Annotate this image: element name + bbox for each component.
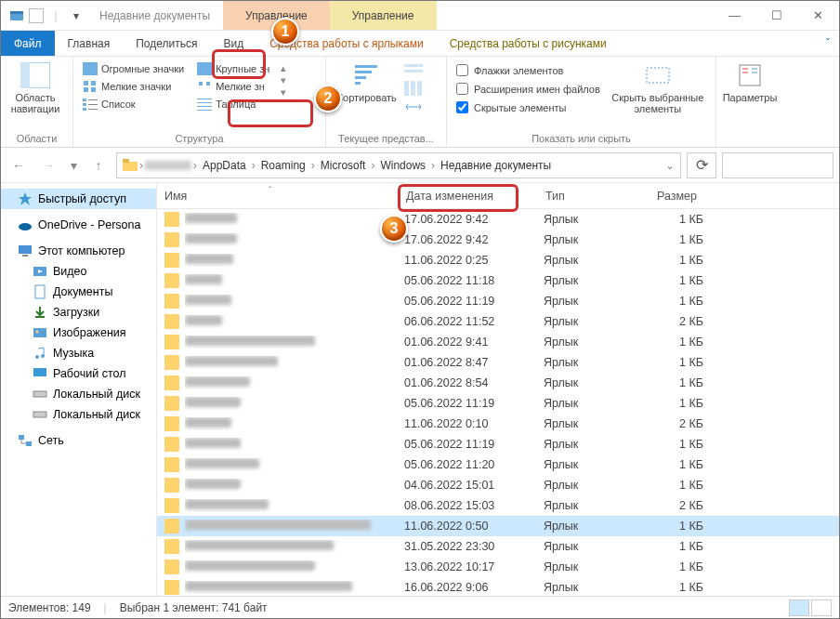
ribbon-collapse-icon[interactable]: ˇ xyxy=(817,31,839,56)
svg-rect-29 xyxy=(411,81,415,96)
star-icon xyxy=(18,191,33,206)
tree-desktop[interactable]: Рабочий стол xyxy=(1,363,156,384)
svg-rect-22 xyxy=(355,65,377,68)
tab-file[interactable]: Файл xyxy=(1,31,55,56)
minimize-button[interactable]: — xyxy=(714,2,755,30)
table-row[interactable]: 11.06.2022 0:25 Ярлык 1 КБ xyxy=(157,250,839,270)
tab-share[interactable]: Поделиться xyxy=(123,31,210,56)
context-tab-picture[interactable]: Управление xyxy=(330,1,437,30)
file-icon xyxy=(164,560,179,574)
table-row[interactable]: 06.06.2022 11:52 Ярлык 2 КБ xyxy=(157,311,839,332)
layout-scroll-down-icon[interactable]: ▾ xyxy=(281,74,286,86)
group-by-icon[interactable] xyxy=(404,62,423,77)
table-row[interactable]: 11.06.2022 0:50 Ярлык 1 КБ xyxy=(157,516,839,536)
group-label-current-view: Текущее представ... xyxy=(332,132,440,147)
tree-documents[interactable]: Документы xyxy=(1,282,156,302)
svg-rect-34 xyxy=(123,159,129,163)
tree-onedrive[interactable]: OneDrive - Persona xyxy=(1,215,156,235)
maximize-button[interactable]: ☐ xyxy=(755,2,797,30)
huge-icons-icon xyxy=(83,62,98,75)
svg-point-36 xyxy=(19,223,32,230)
options-button[interactable]: Параметры xyxy=(722,59,778,103)
add-columns-icon[interactable] xyxy=(404,81,423,96)
view-large-button[interactable] xyxy=(811,599,832,616)
table-row[interactable]: 08.06.2022 15:03 Ярлык 2 КБ xyxy=(157,495,839,516)
tab-view[interactable]: Вид xyxy=(210,31,256,56)
tree-quick-access[interactable]: Быстрый доступ xyxy=(1,189,156,209)
pc-icon xyxy=(18,244,33,258)
table-row[interactable]: 05.06.2022 11:18 Ярлык 1 КБ xyxy=(157,270,839,291)
tab-home[interactable]: Главная xyxy=(55,31,124,56)
tree-downloads[interactable]: Загрузки xyxy=(1,302,156,323)
tree-video[interactable]: Видео xyxy=(1,261,156,282)
close-button[interactable]: ✕ xyxy=(797,2,839,30)
recent-dropdown[interactable]: ▾ xyxy=(66,153,81,178)
table-row[interactable]: 05.06.2022 11:19 Ярлык 1 КБ xyxy=(157,393,839,414)
column-name[interactable]: Имяˆ xyxy=(157,190,399,203)
tree-network[interactable]: Сеть xyxy=(1,430,156,451)
qat-dropdown-icon[interactable]: ▾ xyxy=(68,7,85,24)
table-row[interactable]: 17.06.2022 9:42 Ярлык 1 КБ xyxy=(157,230,839,250)
table-row[interactable]: 11.06.2022 0:10 Ярлык 2 КБ xyxy=(157,414,839,434)
large-icons-icon xyxy=(197,62,212,75)
svg-rect-42 xyxy=(35,316,45,318)
search-input[interactable] xyxy=(722,152,833,178)
table-row[interactable]: 01.06.2022 8:54 Ярлык 1 КБ xyxy=(157,373,839,393)
file-icon xyxy=(164,232,179,247)
window-title: Недавние документы xyxy=(92,9,217,22)
layout-table[interactable]: Таблица xyxy=(193,97,273,112)
drive-icon xyxy=(33,387,47,402)
svg-rect-1 xyxy=(10,11,23,14)
svg-rect-3 xyxy=(20,62,30,88)
layout-small[interactable]: Мелкие значки xyxy=(79,79,188,94)
tree-pictures[interactable]: Изображения xyxy=(1,323,156,343)
checkbox-hidden[interactable]: Скрытые элементы xyxy=(453,99,604,115)
hide-selected-button[interactable]: Скрыть выбранные элементы xyxy=(611,59,704,114)
qat-select-icon[interactable] xyxy=(29,8,44,23)
svg-rect-16 xyxy=(199,82,203,86)
layout-list[interactable]: Список xyxy=(79,97,188,112)
table-row[interactable]: 05.06.2022 11:20 Ярлык 1 КБ xyxy=(157,454,839,475)
back-button[interactable]: ← xyxy=(7,153,31,178)
svg-rect-19 xyxy=(197,102,212,103)
column-type[interactable]: Тип xyxy=(538,190,650,203)
checkbox-item-checkboxes[interactable]: Флажки элементов xyxy=(453,62,604,78)
table-row[interactable]: 13.06.2022 10:17 Ярлык 1 КБ xyxy=(157,557,839,577)
table-row[interactable]: 17.06.2022 9:42 Ярлык 1 КБ xyxy=(157,209,839,230)
address-dropdown-icon[interactable]: ⌄ xyxy=(665,159,675,172)
tree-this-pc[interactable]: Этот компьютер xyxy=(1,241,156,261)
layout-tiny[interactable]: Мелкие зн xyxy=(193,79,273,94)
tab-picture-tools[interactable]: Средства работы с рисунками xyxy=(437,31,620,56)
table-row[interactable]: 31.05.2022 23:30 Ярлык 1 КБ xyxy=(157,536,839,557)
file-icon xyxy=(164,539,179,554)
svg-rect-15 xyxy=(197,62,212,75)
column-date[interactable]: Дата изменения xyxy=(399,190,538,203)
table-row[interactable]: 16.06.2022 9:06 Ярлык 1 КБ xyxy=(157,577,839,598)
layout-huge[interactable]: Огромные значки xyxy=(79,61,188,76)
group-label-panes: Области xyxy=(7,132,67,147)
refresh-button[interactable]: ⟳ xyxy=(687,152,716,178)
up-button[interactable]: ↑ xyxy=(86,153,111,178)
tree-disk-2[interactable]: Локальный диск xyxy=(1,404,156,425)
tree-disk-1[interactable]: Локальный диск xyxy=(1,384,156,404)
video-icon xyxy=(33,264,47,279)
table-row[interactable]: 05.06.2022 11:19 Ярлык 1 КБ xyxy=(157,434,839,454)
nav-pane-button[interactable]: Область навигации xyxy=(7,59,64,114)
layout-scroll-up-icon[interactable]: ▴ xyxy=(281,62,286,74)
table-row[interactable]: 05.06.2022 11:19 Ярлык 1 КБ xyxy=(157,291,839,311)
table-row[interactable]: 01.06.2022 9:41 Ярлык 1 КБ xyxy=(157,332,839,352)
column-size[interactable]: Размер xyxy=(650,190,724,203)
view-details-button[interactable] xyxy=(789,599,809,616)
table-row[interactable]: 01.06.2022 8:47 Ярлык 1 КБ xyxy=(157,352,839,373)
breadcrumb[interactable]: › › AppData› Roaming› Microsoft› Windows… xyxy=(116,152,681,178)
sort-button[interactable]: Сортировать xyxy=(332,59,400,103)
layout-expand-icon[interactable]: ▾ xyxy=(281,86,286,99)
checkbox-extensions[interactable]: Расширения имен файлов xyxy=(453,81,604,97)
svg-rect-12 xyxy=(88,104,98,105)
tree-music[interactable]: Музыка xyxy=(1,343,156,363)
size-columns-icon[interactable] xyxy=(404,99,423,114)
hide-selected-icon xyxy=(643,60,673,90)
table-row[interactable]: 04.06.2022 15:01 Ярлык 1 КБ xyxy=(157,475,839,495)
layout-large[interactable]: Крупные зн xyxy=(193,61,273,76)
forward-button[interactable]: → xyxy=(36,153,60,178)
